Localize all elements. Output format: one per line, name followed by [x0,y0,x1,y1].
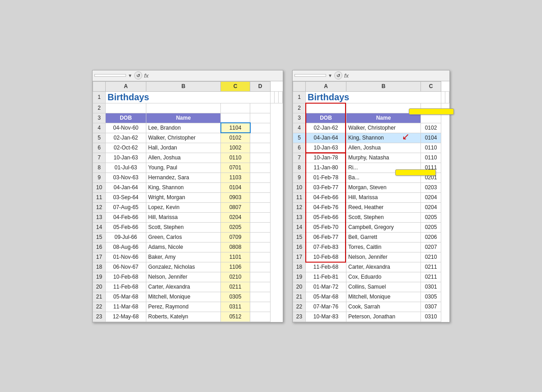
left-cell-r17-c0[interactable]: 01-Nov-66 [106,252,146,262]
left-cell-r23-c3[interactable] [250,312,271,322]
left-cell-r11-c2[interactable]: 0903 [221,192,250,202]
left-cell-r2-c2[interactable] [221,103,250,113]
left-cell-r15-c2[interactable]: 0709 [221,232,250,242]
right-cell-r22-c2[interactable]: 0307 [421,302,441,312]
right-cell-r13-c1[interactable]: Scott, Stephen [346,212,421,222]
right-col-c[interactable]: C [421,81,441,91]
right-cell-r16-c2[interactable]: 0207 [421,242,441,252]
left-cell-r18-c3[interactable] [250,262,271,272]
right-cell-r2-c0[interactable] [306,103,346,113]
right-cell-r22-c1[interactable]: Cook, Sarrah [346,302,421,312]
left-cell-r2-c1[interactable] [146,103,221,113]
left-cell-r4-c1[interactable]: Lee, Brandon [146,123,221,133]
right-cell-ref[interactable] [294,74,326,77]
right-cell-r6-c0[interactable]: 10-Jan-63 [306,143,346,153]
left-cell-r21-c1[interactable]: Mitchell, Monique [146,292,221,302]
left-cell-r23-c1[interactable]: Roberts, Katelyn [146,312,221,322]
right-cell-r21-c0[interactable]: 05-Mar-68 [306,292,346,302]
left-cell-r11-c1[interactable]: Wright, Morgan [146,192,221,202]
right-cell-r14-c2[interactable]: 0205 [421,222,441,232]
left-cell-r17-c2[interactable]: 1101 [221,252,250,262]
right-cell-r17-c2[interactable]: 0210 [421,252,441,262]
left-cell-r4-c3[interactable] [250,123,271,133]
left-cell-r6-c3[interactable] [250,143,271,153]
left-col-c[interactable]: C [221,81,250,91]
left-cell-r5-c3[interactable] [250,133,271,143]
left-cell-r10-c3[interactable] [250,182,271,192]
left-cell-r12-c3[interactable] [250,202,271,212]
right-cell-r7-c2[interactable]: 0110 [421,153,441,163]
left-cell-r12-c1[interactable]: Lopez, Kevin [146,202,221,212]
left-dropdown-arrow[interactable]: ▼ [128,73,132,78]
right-cell-r11-c0[interactable]: 04-Feb-66 [306,192,346,202]
left-cell-r2-c0[interactable] [106,103,146,113]
right-cell-r10-c1[interactable]: Morgan, Steven [346,182,421,192]
left-cell-r1-c1[interactable] [271,91,275,103]
left-cell-r22-c1[interactable]: Perez, Raymond [146,302,221,312]
left-cell-r13-c3[interactable] [250,212,271,222]
left-cell-r1-c0[interactable]: Birthdays [106,91,271,103]
left-cell-r17-c1[interactable]: Baker, Amy [146,252,221,262]
right-refresh-icon[interactable]: ↺ [334,71,342,79]
right-cell-r17-c1[interactable]: Nelson, Jennifer [346,252,421,262]
right-cell-r1-c2[interactable] [445,91,449,103]
left-cell-r9-c2[interactable]: 1103 [221,173,250,182]
left-cell-r3-c3[interactable] [250,113,271,123]
right-cell-r5-c2[interactable]: 0104 [421,133,441,143]
right-cell-r14-c1[interactable]: Campbell, Gregory [346,222,421,232]
right-cell-r15-c1[interactable]: Bell, Garrett [346,232,421,242]
left-col-d[interactable]: D [250,81,271,91]
left-cell-ref[interactable] [94,74,126,77]
left-cell-r20-c2[interactable]: 0211 [221,282,250,292]
right-cell-r15-c0[interactable]: 06-Feb-77 [306,232,346,242]
left-cell-r19-c3[interactable] [250,272,271,282]
left-cell-r14-c3[interactable] [250,222,271,232]
right-cell-r23-c2[interactable]: 0310 [421,312,441,322]
left-col-b[interactable]: B [146,81,221,91]
left-cell-r6-c1[interactable]: Hall, Jordan [146,143,221,153]
left-cell-r19-c1[interactable]: Nelson, Jennifer [146,272,221,282]
left-cell-r5-c0[interactable]: 02-Jan-62 [106,133,146,143]
right-cell-r12-c0[interactable]: 04-Feb-76 [306,202,346,212]
right-dropdown-arrow[interactable]: ▼ [328,73,332,78]
left-col-a[interactable]: A [106,81,146,91]
right-cell-r4-c2[interactable]: 0102 [421,123,441,133]
left-cell-r23-c2[interactable]: 0512 [221,312,250,322]
left-cell-r15-c3[interactable] [250,232,271,242]
left-cell-r1-c3[interactable] [279,91,283,103]
right-cell-r16-c1[interactable]: Torres, Caitlin [346,242,421,252]
right-cell-r1-c0[interactable]: Birthdays [306,91,441,103]
right-cell-r18-c0[interactable]: 11-Feb-68 [306,262,346,272]
left-cell-r16-c2[interactable]: 0808 [221,242,250,252]
left-cell-r9-c1[interactable]: Hernandez, Sara [146,173,221,182]
left-cell-r11-c3[interactable] [250,192,271,202]
right-cell-r13-c0[interactable]: 05-Feb-66 [306,212,346,222]
left-cell-r6-c0[interactable]: 02-Oct-62 [106,143,146,153]
right-cell-r10-c0[interactable]: 03-Feb-77 [306,182,346,192]
right-cell-r11-c2[interactable]: 0204 [421,192,441,202]
left-cell-r7-c0[interactable]: 10-Jan-63 [106,153,146,163]
right-cell-r4-c0[interactable]: 02-Jan-62 [306,123,346,133]
left-cell-r8-c2[interactable]: 0701 [221,163,250,173]
left-cell-r13-c2[interactable]: 0204 [221,212,250,222]
right-cell-r10-c2[interactable]: 0203 [421,182,441,192]
left-cell-r23-c0[interactable]: 12-May-68 [106,312,146,322]
right-cell-r21-c2[interactable]: 0305 [421,292,441,302]
left-cell-r5-c2[interactable]: 0102 [221,133,250,143]
right-cell-r7-c1[interactable]: Murphy, Natasha [346,153,421,163]
left-cell-r9-c0[interactable]: 03-Nov-63 [106,173,146,182]
left-cell-r8-c0[interactable]: 01-Jul-63 [106,163,146,173]
right-cell-r13-c2[interactable]: 0205 [421,212,441,222]
left-cell-r16-c3[interactable] [250,242,271,252]
left-cell-r15-c1[interactable]: Green, Carlos [146,232,221,242]
left-cell-r7-c2[interactable]: 0110 [221,153,250,163]
left-cell-r10-c2[interactable]: 0104 [221,182,250,192]
left-cell-r9-c3[interactable] [250,173,271,182]
left-cell-r10-c0[interactable]: 04-Jan-64 [106,182,146,192]
left-cell-r18-c1[interactable]: Gonzalez, Nicholas [146,262,221,272]
left-cell-r18-c0[interactable]: 06-Nov-67 [106,262,146,272]
left-cell-r20-c3[interactable] [250,282,271,292]
left-cell-r6-c2[interactable]: 1002 [221,143,250,153]
left-cell-r1-c2[interactable] [275,91,279,103]
right-cell-r15-c2[interactable]: 0206 [421,232,441,242]
